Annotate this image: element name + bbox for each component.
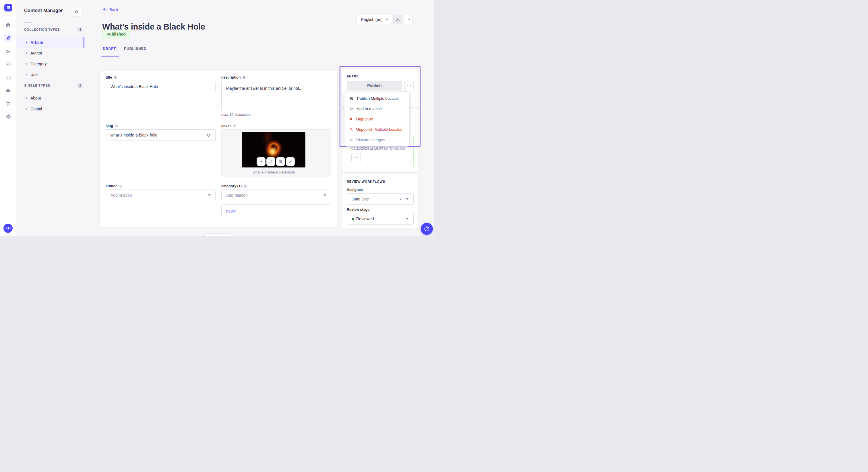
assignee-value: Jane Doe [352, 197, 369, 201]
status-badge: Published [102, 30, 130, 38]
nav-item-label: Category [30, 62, 47, 66]
cross-icon [349, 127, 353, 131]
scheduled-more-button[interactable] [351, 153, 361, 162]
globe-icon [242, 76, 246, 79]
media-library-icon[interactable] [4, 60, 12, 69]
content-type-builder-icon[interactable] [4, 73, 12, 82]
settings-gear-icon[interactable] [4, 112, 12, 121]
menu-item-label: Unpublish Multiple Locales [356, 127, 402, 132]
more-dots-icon [354, 156, 358, 160]
menu-item-publish-multiple-locales[interactable]: Publish Multiple Locales [344, 93, 409, 103]
menu-item-unpublish-multiple-locales[interactable]: Unpublish Multiple Locales [344, 124, 409, 134]
sidebar-item-article[interactable]: •Article [17, 37, 85, 48]
title-field-label: title [105, 75, 117, 79]
chevron-down-icon [406, 218, 409, 220]
entry-actions-menu: Publish Multiple Locales Add to release … [344, 92, 409, 146]
bullet-icon: • [26, 72, 27, 77]
publish-button[interactable]: Publish [347, 81, 402, 90]
tab-draft[interactable]: DRAFT [103, 47, 116, 51]
tab-published[interactable]: PUBLISHED [124, 47, 147, 51]
author-placeholder: Add relation [111, 193, 132, 198]
review-workflows-card: REVIEW WORKFLOWS Assignee Jane Doe Revie… [342, 174, 417, 229]
relation-link-news[interactable]: news [226, 209, 236, 213]
review-stage-select[interactable]: Reviewed [347, 213, 414, 225]
sidebar-item-about[interactable]: •About [17, 93, 85, 104]
review-workflows-heading: REVIEW WORKFLOWS [347, 180, 385, 183]
bullet-icon: • [26, 40, 27, 45]
entry-heading: ENTRY [347, 74, 359, 78]
search-button[interactable] [72, 7, 81, 16]
nav-item-label: Article [30, 40, 43, 45]
author-field-label: author [105, 184, 122, 188]
menu-item-label: Unpublish [356, 117, 373, 121]
header-more-button[interactable] [404, 14, 412, 24]
content-manager-icon[interactable] [4, 34, 12, 42]
home-icon[interactable] [4, 21, 12, 29]
stage-status-dot [352, 217, 354, 220]
review-stage-value: Reviewed [356, 216, 374, 221]
sidebar-item-global[interactable]: •Global [17, 103, 85, 114]
assignee-select[interactable]: Jane Doe [347, 193, 414, 205]
subnav-title: Content Manager [24, 8, 63, 13]
author-relation-select[interactable]: Add relation [105, 190, 216, 201]
download-icon [396, 17, 400, 22]
back-arrow-icon [102, 7, 107, 12]
section-label: COLLECTION TYPES [24, 28, 60, 31]
search-icon [74, 10, 79, 14]
delete-media-button[interactable] [276, 157, 285, 166]
assignee-label: Assignee [347, 188, 363, 192]
menu-item-discard-changes[interactable]: Discard changes [344, 134, 409, 145]
globe-icon [232, 124, 236, 128]
edit-media-button[interactable] [286, 157, 295, 166]
marketplace-cart-icon[interactable] [4, 100, 12, 108]
remove-relation-icon[interactable] [323, 209, 327, 213]
bottom-toolbar-pill [204, 234, 233, 236]
slug-field-label: slug [105, 124, 118, 128]
add-media-button[interactable] [257, 157, 266, 166]
help-button[interactable] [421, 223, 433, 235]
main-sidebar: KD [0, 0, 17, 236]
description-value: Maybe the answer is in this article, or … [226, 86, 302, 91]
cover-actions [257, 157, 295, 166]
description-field-label: description [221, 75, 246, 79]
more-dots-icon [407, 83, 411, 88]
category-placeholder: Add relation [226, 193, 248, 198]
category-relation-select[interactable]: Add relation [221, 190, 331, 201]
send-icon [349, 106, 353, 111]
locale-value: English (en) [361, 17, 383, 22]
cover-field-label: cover [221, 124, 236, 128]
locale-select[interactable]: English (en) [356, 14, 392, 24]
review-stage-label: Review stage [347, 208, 369, 212]
plus-icon [259, 160, 264, 164]
title-input[interactable]: What's inside a Black Hole [105, 81, 216, 92]
strapi-logo[interactable] [4, 4, 12, 11]
nav-item-label: Global [30, 107, 42, 111]
slug-value: what-s-inside-a-black-hole [111, 133, 157, 137]
bullet-icon: • [26, 107, 27, 111]
sidebar-item-category[interactable]: •Category [17, 59, 85, 69]
description-textarea[interactable]: Maybe the answer is in this article, or … [221, 81, 331, 111]
link-icon [269, 160, 273, 164]
releases-icon[interactable] [4, 47, 12, 56]
copy-link-button[interactable] [267, 157, 275, 166]
pencil-icon [288, 160, 292, 164]
regenerate-slug-icon[interactable] [206, 133, 211, 137]
menu-item-label: Add to release [357, 107, 382, 111]
menu-item-unpublish[interactable]: Unpublish [344, 114, 409, 124]
chevron-down-icon [208, 194, 211, 196]
entry-more-button[interactable] [404, 81, 414, 90]
back-link[interactable]: Back [102, 7, 118, 12]
back-label: Back [110, 7, 118, 12]
download-button[interactable] [393, 14, 402, 24]
slug-input[interactable]: what-s-inside-a-black-hole [105, 129, 216, 141]
clear-assignee-icon[interactable] [399, 197, 402, 201]
sidebar-item-author[interactable]: •Author [17, 48, 85, 59]
title-input-value: What's inside a Black Hole [111, 84, 158, 89]
cloud-icon[interactable] [4, 87, 12, 95]
globe-icon [114, 76, 117, 79]
sidebar-item-user[interactable]: •User [17, 69, 85, 80]
nav-item-label: User [30, 72, 39, 77]
menu-item-add-to-release[interactable]: Add to release [344, 103, 409, 114]
user-avatar[interactable]: KD [3, 224, 12, 233]
section-label: SINGLE TYPES [24, 84, 50, 87]
